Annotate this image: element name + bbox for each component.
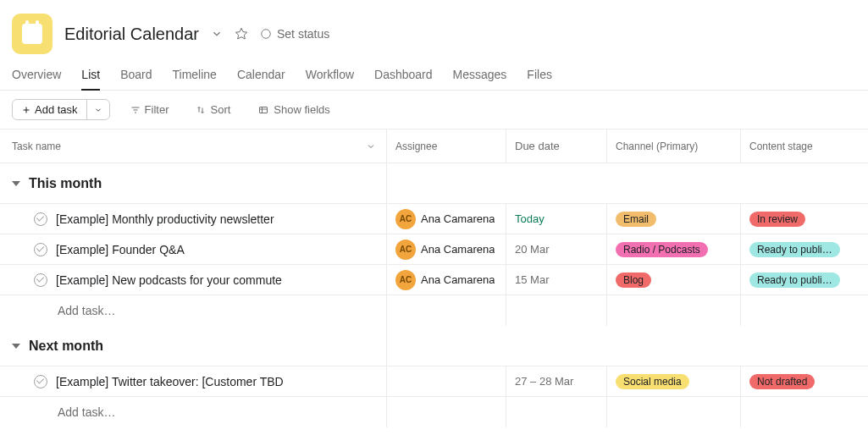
collapse-icon[interactable] xyxy=(12,344,20,349)
column-header-row: Task name Assignee Due date Channel (Pri… xyxy=(0,129,868,163)
tabs: OverviewListBoardTimelineCalendarWorkflo… xyxy=(0,61,868,91)
channel-cell[interactable]: Email xyxy=(607,204,741,234)
chevron-down-icon xyxy=(94,106,102,114)
svg-point-1 xyxy=(262,30,271,39)
set-status-button[interactable]: Set status xyxy=(260,27,329,41)
tab-dashboard[interactable]: Dashboard xyxy=(374,61,433,90)
svg-marker-0 xyxy=(235,28,246,39)
due-date-cell[interactable]: 27 – 28 Mar xyxy=(506,366,607,396)
assignee-cell[interactable]: ACAna Camarena xyxy=(387,204,506,234)
tab-timeline[interactable]: Timeline xyxy=(173,61,217,90)
toolbar: Add task Filter Sort Show fields xyxy=(0,91,868,129)
sort-button[interactable]: Sort xyxy=(189,100,237,119)
avatar: AC xyxy=(395,240,416,260)
sort-label: Sort xyxy=(210,103,230,116)
column-header-assignee[interactable]: Assignee xyxy=(387,129,506,162)
sort-icon xyxy=(196,105,206,115)
avatar: AC xyxy=(395,209,416,229)
show-fields-button[interactable]: Show fields xyxy=(251,100,336,119)
column-header-stage[interactable]: Content stage xyxy=(741,129,868,162)
tab-list[interactable]: List xyxy=(81,61,100,90)
section-header[interactable]: This month xyxy=(0,163,868,204)
avatar: AC xyxy=(395,270,416,290)
chevron-down-icon[interactable] xyxy=(366,141,376,151)
add-task-input[interactable]: Add task… xyxy=(0,295,387,326)
table-row[interactable]: [Example] Twitter takeover: [Customer TB… xyxy=(0,366,868,397)
star-icon[interactable] xyxy=(235,27,248,41)
column-header-channel[interactable]: Channel (Primary) xyxy=(607,129,741,162)
chevron-down-icon[interactable] xyxy=(211,28,223,40)
tab-overview[interactable]: Overview xyxy=(12,61,61,90)
stage-pill: Ready to publi… xyxy=(749,242,840,257)
section-header[interactable]: Next month xyxy=(0,326,868,366)
channel-cell[interactable]: Social media xyxy=(607,366,741,396)
stage-pill: Not drafted xyxy=(749,374,815,389)
tab-files[interactable]: Files xyxy=(527,61,552,90)
task-name[interactable]: [Example] Monthly productivity newslette… xyxy=(56,212,274,226)
svg-rect-7 xyxy=(260,107,268,113)
task-cell[interactable]: [Example] New podcasts for your commute xyxy=(0,265,387,295)
project-title[interactable]: Editorial Calendar xyxy=(64,25,199,44)
add-task-input[interactable]: Add task… xyxy=(0,397,387,427)
add-task-row[interactable]: Add task… xyxy=(0,397,868,427)
stage-pill: In review xyxy=(749,212,805,227)
add-task-caret[interactable] xyxy=(86,100,109,119)
column-header-due[interactable]: Due date xyxy=(506,129,607,162)
channel-cell[interactable]: Blog xyxy=(607,265,741,295)
filter-icon xyxy=(130,105,141,115)
task-cell[interactable]: [Example] Monthly productivity newslette… xyxy=(0,204,387,234)
plus-icon xyxy=(21,105,31,115)
stage-cell[interactable]: In review xyxy=(741,204,868,234)
assignee-cell[interactable] xyxy=(387,366,506,396)
task-name[interactable]: [Example] Twitter takeover: [Customer TB… xyxy=(56,375,284,388)
tab-workflow[interactable]: Workflow xyxy=(306,61,354,90)
assignee-cell[interactable]: ACAna Camarena xyxy=(387,265,506,295)
complete-toggle[interactable] xyxy=(34,212,47,226)
channel-pill: Social media xyxy=(616,374,689,389)
tab-calendar[interactable]: Calendar xyxy=(237,61,285,90)
stage-cell[interactable]: Ready to publi… xyxy=(741,265,868,295)
table-row[interactable]: [Example] Monthly productivity newslette… xyxy=(0,204,868,234)
table-row[interactable]: [Example] Founder Q&AACAna Camarena20 Ma… xyxy=(0,234,868,265)
due-date-cell[interactable]: Today xyxy=(506,204,607,234)
assignee-name: Ana Camarena xyxy=(421,243,495,256)
circle-icon xyxy=(260,28,272,40)
filter-button[interactable]: Filter xyxy=(124,100,176,119)
due-date-cell[interactable]: 15 Mar xyxy=(506,265,607,295)
column-header-task[interactable]: Task name xyxy=(0,129,387,162)
add-task-row[interactable]: Add task… xyxy=(0,295,868,326)
complete-toggle[interactable] xyxy=(34,273,47,287)
tab-messages[interactable]: Messages xyxy=(453,61,507,90)
channel-pill: Email xyxy=(616,212,656,227)
task-name[interactable]: [Example] Founder Q&A xyxy=(56,243,185,256)
table-row[interactable]: [Example] New podcasts for your commuteA… xyxy=(0,265,868,295)
task-cell[interactable]: [Example] Twitter takeover: [Customer TB… xyxy=(0,366,387,396)
section-name: This month xyxy=(29,176,102,191)
channel-pill: Blog xyxy=(616,273,651,288)
project-icon xyxy=(12,14,53,54)
set-status-label: Set status xyxy=(277,27,329,41)
fields-icon xyxy=(257,105,269,115)
complete-toggle[interactable] xyxy=(34,243,47,256)
due-date-cell[interactable]: 20 Mar xyxy=(506,234,607,264)
complete-toggle[interactable] xyxy=(34,375,47,388)
assignee-name: Ana Camarena xyxy=(421,273,495,286)
add-task-button[interactable]: Add task xyxy=(13,100,86,119)
tab-board[interactable]: Board xyxy=(120,61,152,90)
collapse-icon[interactable] xyxy=(12,181,20,186)
assignee-cell[interactable]: ACAna Camarena xyxy=(387,234,506,264)
section-name: Next month xyxy=(29,339,103,354)
filter-label: Filter xyxy=(145,103,169,116)
add-task-split-button: Add task xyxy=(12,99,110,120)
show-fields-label: Show fields xyxy=(274,103,329,116)
stage-pill: Ready to publi… xyxy=(749,273,840,288)
task-cell[interactable]: [Example] Founder Q&A xyxy=(0,234,387,264)
task-table: Task name Assignee Due date Channel (Pri… xyxy=(0,129,868,427)
stage-cell[interactable]: Ready to publi… xyxy=(741,234,868,264)
channel-pill: Radio / Podcasts xyxy=(616,242,708,257)
task-name[interactable]: [Example] New podcasts for your commute xyxy=(56,273,282,287)
channel-cell[interactable]: Radio / Podcasts xyxy=(607,234,741,264)
assignee-name: Ana Camarena xyxy=(421,212,495,225)
project-header: Editorial Calendar Set status xyxy=(0,0,868,61)
stage-cell[interactable]: Not drafted xyxy=(741,366,868,396)
